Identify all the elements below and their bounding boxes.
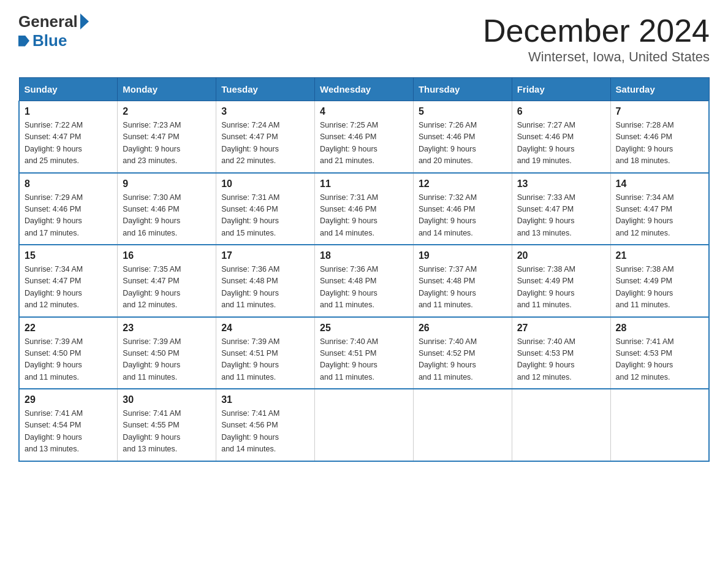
calendar-cell: 11Sunrise: 7:31 AMSunset: 4:46 PMDayligh… bbox=[315, 173, 414, 245]
calendar-cell: 26Sunrise: 7:40 AMSunset: 4:52 PMDayligh… bbox=[413, 317, 512, 389]
day-number: 18 bbox=[320, 250, 408, 261]
day-number: 29 bbox=[25, 394, 112, 405]
calendar-cell: 25Sunrise: 7:40 AMSunset: 4:51 PMDayligh… bbox=[315, 317, 414, 389]
calendar-cell: 10Sunrise: 7:31 AMSunset: 4:46 PMDayligh… bbox=[216, 173, 315, 245]
day-info: Sunrise: 7:40 AMSunset: 4:52 PMDaylight:… bbox=[419, 336, 507, 384]
day-info: Sunrise: 7:34 AMSunset: 4:47 PMDaylight:… bbox=[25, 264, 112, 312]
calendar-cell: 22Sunrise: 7:39 AMSunset: 4:50 PMDayligh… bbox=[19, 317, 118, 389]
day-info: Sunrise: 7:25 AMSunset: 4:46 PMDaylight:… bbox=[320, 120, 408, 167]
calendar-cell: 19Sunrise: 7:37 AMSunset: 4:48 PMDayligh… bbox=[413, 245, 512, 317]
day-number: 5 bbox=[419, 106, 507, 117]
day-number: 19 bbox=[419, 250, 507, 261]
day-info: Sunrise: 7:31 AMSunset: 4:46 PMDaylight:… bbox=[320, 192, 408, 240]
day-info: Sunrise: 7:37 AMSunset: 4:48 PMDaylight:… bbox=[419, 264, 507, 312]
calendar-cell: 27Sunrise: 7:40 AMSunset: 4:53 PMDayligh… bbox=[512, 317, 610, 389]
day-number: 13 bbox=[517, 178, 605, 190]
calendar-subtitle: Winterset, Iowa, United States bbox=[483, 49, 710, 65]
calendar-cell: 2Sunrise: 7:23 AMSunset: 4:47 PMDaylight… bbox=[118, 101, 216, 173]
day-number: 15 bbox=[25, 250, 112, 261]
calendar-cell: 31Sunrise: 7:41 AMSunset: 4:56 PMDayligh… bbox=[216, 389, 315, 461]
day-number: 8 bbox=[25, 178, 112, 190]
day-number: 12 bbox=[419, 178, 507, 190]
day-info: Sunrise: 7:41 AMSunset: 4:53 PMDaylight:… bbox=[616, 336, 703, 384]
logo: General Blue bbox=[18, 12, 89, 50]
day-number: 25 bbox=[320, 323, 408, 334]
calendar-cell: 7Sunrise: 7:28 AMSunset: 4:46 PMDaylight… bbox=[610, 101, 709, 173]
day-info: Sunrise: 7:24 AMSunset: 4:47 PMDaylight:… bbox=[221, 120, 309, 167]
day-info: Sunrise: 7:33 AMSunset: 4:47 PMDaylight:… bbox=[517, 192, 605, 240]
day-info: Sunrise: 7:36 AMSunset: 4:48 PMDaylight:… bbox=[320, 264, 408, 312]
calendar-body: 1Sunrise: 7:22 AMSunset: 4:47 PMDaylight… bbox=[19, 101, 709, 461]
week-row-5: 29Sunrise: 7:41 AMSunset: 4:54 PMDayligh… bbox=[19, 389, 709, 461]
day-info: Sunrise: 7:40 AMSunset: 4:51 PMDaylight:… bbox=[320, 336, 408, 384]
calendar-cell bbox=[610, 389, 709, 461]
day-info: Sunrise: 7:39 AMSunset: 4:51 PMDaylight:… bbox=[221, 336, 309, 384]
calendar-cell bbox=[315, 389, 414, 461]
calendar-cell: 24Sunrise: 7:39 AMSunset: 4:51 PMDayligh… bbox=[216, 317, 315, 389]
calendar-cell: 12Sunrise: 7:32 AMSunset: 4:46 PMDayligh… bbox=[413, 173, 512, 245]
calendar-cell: 3Sunrise: 7:24 AMSunset: 4:47 PMDaylight… bbox=[216, 101, 315, 173]
day-info: Sunrise: 7:27 AMSunset: 4:46 PMDaylight:… bbox=[517, 120, 605, 167]
calendar-cell: 6Sunrise: 7:27 AMSunset: 4:46 PMDaylight… bbox=[512, 101, 610, 173]
logo-general-text: General bbox=[18, 12, 78, 31]
day-number: 30 bbox=[123, 394, 211, 405]
day-number: 10 bbox=[221, 178, 309, 190]
day-info: Sunrise: 7:39 AMSunset: 4:50 PMDaylight:… bbox=[25, 336, 112, 384]
day-number: 6 bbox=[517, 106, 605, 117]
day-header-tuesday: Tuesday bbox=[216, 78, 315, 101]
days-of-week-row: SundayMondayTuesdayWednesdayThursdayFrid… bbox=[19, 78, 709, 101]
day-number: 17 bbox=[221, 250, 309, 261]
day-number: 1 bbox=[25, 106, 112, 117]
day-info: Sunrise: 7:35 AMSunset: 4:47 PMDaylight:… bbox=[123, 264, 211, 312]
day-number: 20 bbox=[517, 250, 605, 261]
calendar-cell: 18Sunrise: 7:36 AMSunset: 4:48 PMDayligh… bbox=[315, 245, 414, 317]
day-header-sunday: Sunday bbox=[19, 78, 118, 101]
calendar-cell: 4Sunrise: 7:25 AMSunset: 4:46 PMDaylight… bbox=[315, 101, 414, 173]
week-row-4: 22Sunrise: 7:39 AMSunset: 4:50 PMDayligh… bbox=[19, 317, 709, 389]
day-header-saturday: Saturday bbox=[610, 78, 709, 101]
day-header-monday: Monday bbox=[118, 78, 216, 101]
day-info: Sunrise: 7:38 AMSunset: 4:49 PMDaylight:… bbox=[616, 264, 703, 312]
calendar-cell: 29Sunrise: 7:41 AMSunset: 4:54 PMDayligh… bbox=[19, 389, 118, 461]
day-info: Sunrise: 7:23 AMSunset: 4:47 PMDaylight:… bbox=[123, 120, 211, 167]
calendar-cell: 9Sunrise: 7:30 AMSunset: 4:46 PMDaylight… bbox=[118, 173, 216, 245]
logo-blue-text: Blue bbox=[32, 31, 67, 50]
day-info: Sunrise: 7:22 AMSunset: 4:47 PMDaylight:… bbox=[25, 120, 112, 167]
calendar-cell: 21Sunrise: 7:38 AMSunset: 4:49 PMDayligh… bbox=[610, 245, 709, 317]
calendar-cell: 28Sunrise: 7:41 AMSunset: 4:53 PMDayligh… bbox=[610, 317, 709, 389]
day-info: Sunrise: 7:36 AMSunset: 4:48 PMDaylight:… bbox=[221, 264, 309, 312]
day-number: 23 bbox=[123, 323, 211, 334]
day-number: 4 bbox=[320, 106, 408, 117]
day-info: Sunrise: 7:38 AMSunset: 4:49 PMDaylight:… bbox=[517, 264, 605, 312]
day-info: Sunrise: 7:31 AMSunset: 4:46 PMDaylight:… bbox=[221, 192, 309, 240]
day-info: Sunrise: 7:32 AMSunset: 4:46 PMDaylight:… bbox=[419, 192, 507, 240]
title-area: December 2024 Winterset, Iowa, United St… bbox=[483, 12, 710, 65]
calendar-cell bbox=[413, 389, 512, 461]
day-number: 11 bbox=[320, 178, 408, 190]
week-row-1: 1Sunrise: 7:22 AMSunset: 4:47 PMDaylight… bbox=[19, 101, 709, 173]
calendar-cell: 20Sunrise: 7:38 AMSunset: 4:49 PMDayligh… bbox=[512, 245, 610, 317]
calendar-title: December 2024 bbox=[483, 12, 710, 49]
day-number: 7 bbox=[616, 106, 703, 117]
calendar-cell: 13Sunrise: 7:33 AMSunset: 4:47 PMDayligh… bbox=[512, 173, 610, 245]
day-header-friday: Friday bbox=[512, 78, 610, 101]
week-row-2: 8Sunrise: 7:29 AMSunset: 4:46 PMDaylight… bbox=[19, 173, 709, 245]
calendar-cell: 17Sunrise: 7:36 AMSunset: 4:48 PMDayligh… bbox=[216, 245, 315, 317]
day-number: 14 bbox=[616, 178, 703, 190]
logo-arrow-icon bbox=[80, 13, 89, 29]
day-info: Sunrise: 7:41 AMSunset: 4:56 PMDaylight:… bbox=[221, 408, 309, 456]
day-info: Sunrise: 7:26 AMSunset: 4:46 PMDaylight:… bbox=[419, 120, 507, 167]
calendar-cell: 1Sunrise: 7:22 AMSunset: 4:47 PMDaylight… bbox=[19, 101, 118, 173]
day-number: 16 bbox=[123, 250, 211, 261]
day-info: Sunrise: 7:41 AMSunset: 4:55 PMDaylight:… bbox=[123, 408, 211, 456]
day-number: 21 bbox=[616, 250, 703, 261]
calendar-cell: 15Sunrise: 7:34 AMSunset: 4:47 PMDayligh… bbox=[19, 245, 118, 317]
calendar-cell: 16Sunrise: 7:35 AMSunset: 4:47 PMDayligh… bbox=[118, 245, 216, 317]
day-number: 9 bbox=[123, 178, 211, 190]
calendar-cell bbox=[512, 389, 610, 461]
header: General Blue December 2024 Winterset, Io… bbox=[18, 12, 710, 65]
day-info: Sunrise: 7:28 AMSunset: 4:46 PMDaylight:… bbox=[616, 120, 703, 167]
day-info: Sunrise: 7:39 AMSunset: 4:50 PMDaylight:… bbox=[123, 336, 211, 384]
day-info: Sunrise: 7:30 AMSunset: 4:46 PMDaylight:… bbox=[123, 192, 211, 240]
day-number: 22 bbox=[25, 323, 112, 334]
